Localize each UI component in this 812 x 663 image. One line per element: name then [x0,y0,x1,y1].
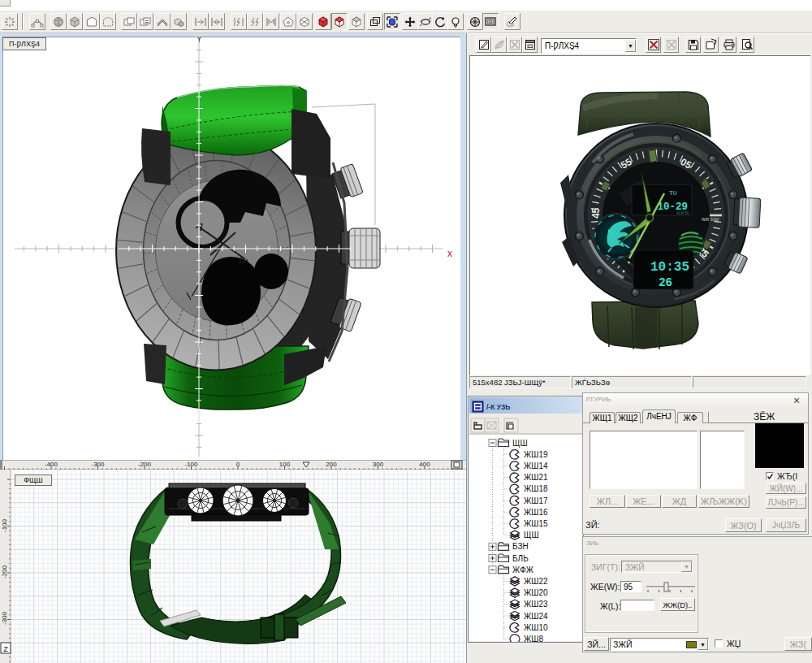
svg-text:ЖШ21: ЖШ21 [524,473,548,482]
svg-text:ЖШ20: ЖШ20 [524,588,548,597]
svg-text:/-К УЗЬ: /-К УЗЬ [486,403,510,411]
svg-text:ЖШ17: ЖШ17 [524,496,548,505]
svg-text:ЖШ14: ЖШ14 [524,462,548,470]
svg-text:10:35: 10:35 [650,260,689,275]
svg-text:TU: TU [669,189,677,197]
svg-text:ЖФЖ: ЖФЖ [512,566,534,574]
svg-text:ЖШ22: ЖШ22 [524,577,548,586]
svg-text:ЖШ24: ЖШ24 [524,612,548,621]
svg-text:-200: -200 [1,565,8,578]
svg-text:БЗН: БЗН [512,542,529,551]
svg-text:45: 45 [591,207,603,219]
svg-text:ЖШ18: ЖШ18 [524,484,548,493]
svg-text:ALM 50: ALM 50 [676,211,689,215]
svg-text:ЖШ16: ЖШ16 [524,508,548,517]
svg-text:ЩШ: ЩШ [512,439,528,448]
svg-text:WR 50M: WR 50M [702,217,719,222]
svg-text:ЖШ10: ЖШ10 [524,623,548,632]
svg-text:-300: -300 [1,611,8,625]
svg-text:ЖШ15: ЖШ15 [524,519,548,528]
svg-text:БЛЬ: БЛЬ [512,554,529,563]
svg-text:x: x [447,248,452,259]
svg-text:-100: -100 [1,518,8,532]
svg-text:Y: Y [197,37,202,44]
svg-text:ЩШ: ЩШ [524,531,539,540]
svg-text:ЖШ8: ЖШ8 [524,635,543,642]
svg-text:ЖШ19: ЖШ19 [524,450,548,459]
svg-text:ЖШ23: ЖШ23 [524,600,548,609]
svg-text:Z: Z [3,645,8,653]
svg-text:26: 26 [659,276,672,289]
